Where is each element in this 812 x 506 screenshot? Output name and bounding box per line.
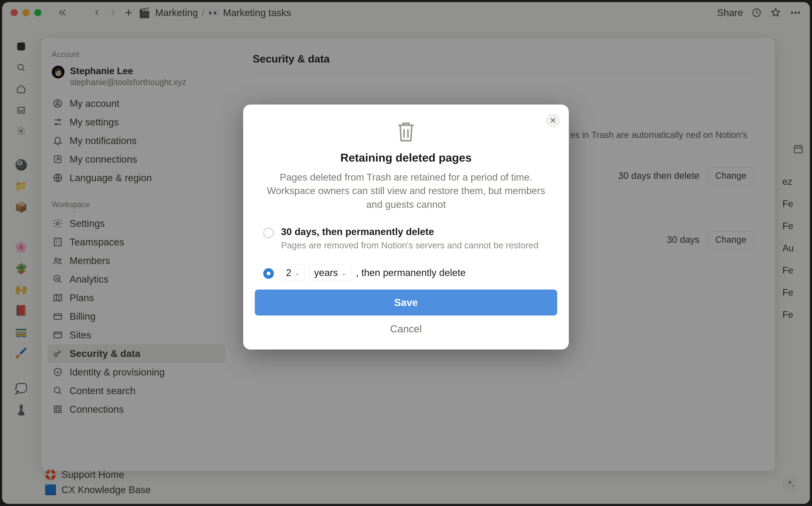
option-title: 30 days, then permanently delete [281,226,538,237]
save-button[interactable]: Save [255,289,557,316]
radio-button[interactable] [263,268,274,279]
radio-button[interactable] [263,228,274,238]
close-button[interactable] [546,113,560,128]
option-30-days[interactable]: 30 days, then permanently delete Pages a… [263,226,549,252]
select-value: years [314,267,338,278]
retention-options: 30 days, then permanently delete Pages a… [255,226,557,281]
retain-pages-modal: Retaining deleted pages Pages deleted fr… [243,104,569,349]
option-suffix: , then permanently delete [356,267,466,278]
app-window: 🎬 Marketing / 👀 Marketing tasks Share [2,2,810,504]
modal-description: Pages deleted from Trash are retained fo… [255,170,557,211]
option-subtitle: Pages are removed from Notion's servers … [281,240,538,252]
duration-count-select[interactable]: 2 ⌄ [281,264,305,281]
chevron-down-icon: ⌄ [294,268,300,277]
duration-unit-select[interactable]: years ⌄ [310,264,352,281]
select-value: 2 [286,267,291,278]
trash-icon [255,119,557,145]
option-custom-duration[interactable]: 2 ⌄ years ⌄ , then permanently delete [263,264,549,281]
modal-title: Retaining deleted pages [255,151,557,164]
cancel-button[interactable]: Cancel [255,323,557,335]
chevron-down-icon: ⌄ [341,268,347,277]
